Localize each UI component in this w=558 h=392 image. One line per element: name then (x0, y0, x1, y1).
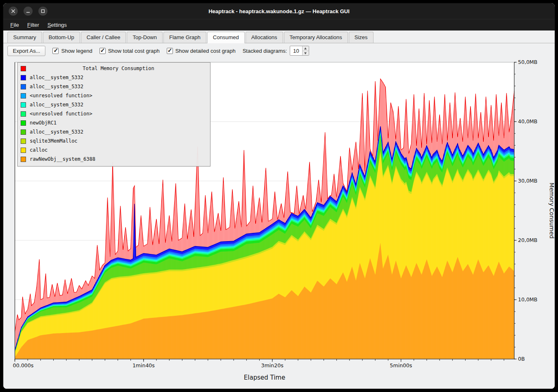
y-tick-label: 10,0MB (518, 296, 537, 303)
legend-swatch (21, 102, 26, 108)
legend-swatch (21, 84, 26, 89)
x-axis-title: Elapsed Time (244, 374, 285, 381)
x-tick-label: 00.000s (13, 362, 33, 369)
spinbox-down-icon[interactable] (303, 51, 309, 56)
legend-label: alloc__system_5332 (30, 84, 83, 89)
legend-item: calloc (21, 146, 207, 155)
show-legend-checkbox[interactable]: Show legend (52, 48, 92, 54)
titlebar: Heaptrack - heaptrack.wakunode.1.gz — He… (3, 3, 555, 19)
legend-label: <unresolved function> (30, 111, 92, 117)
legend-swatch (21, 157, 26, 162)
toolbar: Export As... Show legend Show total cost… (3, 43, 555, 58)
checkbox-label: Show legend (61, 48, 92, 54)
checkbox-checked-icon (167, 48, 173, 54)
legend-label: alloc__system_5332 (30, 129, 83, 135)
menu-filter[interactable]: Filter (24, 21, 43, 29)
y-tick-label: 0B (518, 356, 525, 362)
legend-item: <unresolved function> (21, 109, 207, 118)
legend-rows: alloc__system_5332alloc__system_5332<unr… (21, 73, 207, 164)
tab-summary[interactable]: Summary (7, 32, 42, 43)
tab-caller-callee[interactable]: Caller / Callee (81, 32, 126, 43)
show-detailed-cost-graph-checkbox[interactable]: Show detailed cost graph (167, 48, 236, 54)
tab-allocations[interactable]: Allocations (246, 32, 283, 43)
chart-legend: Total Memory Consumption alloc__system_5… (17, 62, 210, 167)
checkbox-label: Show detailed cost graph (175, 48, 236, 54)
menu-settings[interactable]: Settings (44, 21, 71, 29)
spinbox-up-icon[interactable] (303, 46, 309, 51)
legend-item: alloc__system_5332 (21, 73, 207, 82)
spinbox-buttons (302, 46, 309, 55)
y-tick-label: 30,0MB (518, 178, 537, 184)
legend-item: <unresolved function> (21, 91, 207, 100)
tab-consumed[interactable]: Consumed (207, 32, 245, 43)
legend-label: rawNewObj__system_6388 (30, 156, 95, 162)
legend-item: newObjRC1 (21, 118, 207, 127)
legend-label: calloc (30, 147, 47, 153)
stacked-diagrams-spinbox[interactable]: 10 (290, 46, 309, 56)
legend-item: sqlite3MemMalloc (21, 136, 207, 146)
export-as-button[interactable]: Export As... (7, 46, 45, 56)
legend-label: sqlite3MemMalloc (30, 138, 78, 144)
legend-item: alloc__system_5332 (21, 100, 207, 109)
legend-label: newObjRC1 (30, 120, 57, 126)
tab-top-down[interactable]: Top-Down (127, 32, 163, 43)
legend-swatch (21, 138, 26, 144)
y-tick-label: 40,0MB (518, 118, 537, 124)
legend-swatch (21, 93, 26, 99)
tab-temporary-allocations[interactable]: Temporary Allocations (284, 32, 348, 43)
window-title: Heaptrack - heaptrack.wakunode.1.gz — He… (3, 3, 555, 19)
y-tick-label: 50,0MB (518, 59, 537, 65)
legend-swatch (21, 148, 26, 153)
tab-sizes[interactable]: Sizes (349, 32, 374, 43)
tab-flame-graph[interactable]: Flame Graph (163, 32, 206, 43)
tab-bar: Summary Bottom-Up Caller / Callee Top-Do… (3, 31, 555, 43)
legend-item: alloc__system_5332 (21, 82, 207, 91)
legend-swatch (21, 111, 26, 117)
legend-swatch (21, 75, 26, 80)
checkbox-checked-icon (52, 48, 59, 54)
stacked-diagrams-label: Stacked diagrams: (243, 48, 287, 54)
memory-consumption-chart[interactable]: 00.000s1min40s3min20s5min00s0B10,0MB20,0… (3, 58, 555, 389)
legend-title: Total Memory Consumption (30, 66, 207, 71)
y-axis-title: Memory Consumed (549, 183, 555, 239)
menu-file[interactable]: File (7, 21, 23, 29)
heaptrack-window: Heaptrack - heaptrack.wakunode.1.gz — He… (3, 3, 555, 389)
y-tick-label: 20,0MB (518, 237, 537, 243)
legend-item: alloc__system_5332 (21, 127, 207, 136)
x-tick-label: 5min00s (390, 362, 412, 369)
spinbox-value: 10 (290, 46, 302, 55)
menubar: File Filter Settings (3, 19, 555, 31)
legend-item: rawNewObj__system_6388 (21, 155, 207, 164)
legend-label: alloc__system_5332 (30, 75, 83, 80)
legend-title-swatch (21, 66, 26, 71)
x-tick-label: 3min20s (261, 362, 284, 369)
show-total-cost-graph-checkbox[interactable]: Show total cost graph (99, 48, 160, 54)
legend-title-row: Total Memory Consumption (21, 64, 207, 73)
legend-label: alloc__system_5332 (30, 102, 83, 108)
legend-label: <unresolved function> (30, 93, 92, 99)
tab-bottom-up[interactable]: Bottom-Up (43, 32, 80, 43)
checkbox-checked-icon (99, 48, 106, 54)
checkbox-label: Show total cost graph (108, 48, 160, 54)
legend-swatch (21, 129, 26, 135)
x-tick-label: 1min40s (132, 362, 155, 369)
legend-swatch (21, 120, 26, 126)
